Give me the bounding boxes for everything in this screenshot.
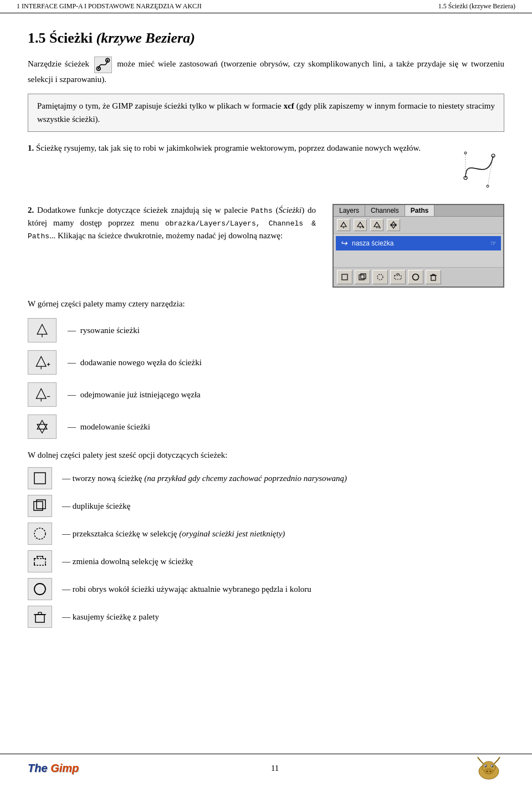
svg-rect-57	[45, 558, 46, 559]
tool-icon-remove-node	[28, 382, 57, 407]
sel-to-path-icon	[393, 273, 402, 282]
step1-text: 1. Ścieżkę rysujemy, tak jak się to robi…	[28, 142, 438, 160]
tool-row-2: — dodawanie nowego węzła do ścieżki	[28, 350, 504, 375]
option-icon-sel-to-path	[28, 550, 52, 572]
toolbar-btn-3[interactable]	[370, 219, 383, 231]
step1-section: 1. Ścieżkę rysujemy, tak jak się to robi…	[28, 142, 504, 194]
tab-channels[interactable]: Channels	[365, 205, 405, 216]
mascot-svg	[472, 755, 503, 781]
tool-icon-model	[28, 415, 57, 439]
option-icon-dup	[28, 495, 52, 517]
path-list-item[interactable]: ↪ nasza ścieżka ☞	[336, 236, 501, 250]
tab-layers[interactable]: Layers	[334, 205, 365, 216]
path-tool-icon-inline	[94, 57, 112, 73]
option-row-2: — duplikuje ścieżkę	[28, 495, 504, 517]
tool-desc-1: — rysowanie ścieżki	[68, 324, 140, 337]
svg-rect-30	[431, 275, 436, 280]
svg-marker-12	[357, 222, 363, 227]
svg-point-3	[107, 59, 109, 61]
svg-rect-23	[361, 274, 366, 279]
new-path-option-icon	[33, 471, 47, 485]
tool-desc-4: — modelowanie ścieżki	[68, 421, 150, 433]
gimp-palette: Layers Channels Paths	[332, 204, 504, 288]
option-desc-3: — przekształca ścieżkę w selekcję (orygi…	[62, 528, 285, 540]
svg-marker-44	[37, 420, 47, 429]
bottom-btn-to-sel[interactable]	[372, 270, 388, 284]
svg-marker-45	[37, 424, 47, 433]
path-list-label: nasza ścieżka	[352, 239, 393, 247]
option-desc-1-italic: (na przykład gdy chcemy zachować poprzed…	[144, 474, 347, 483]
option-row-4: — zmienia dowolną selekcję w ścieżkę	[28, 550, 504, 572]
draw-path-svg	[33, 321, 51, 339]
option-desc-6: — kasujemy ścieżkę z palety	[62, 611, 159, 623]
svg-marker-19	[391, 222, 396, 226]
option-row-1: — tworzy nową ścieżkę (na przykład gdy c…	[28, 467, 504, 489]
palette-toolbar	[334, 217, 503, 234]
svg-marker-16	[374, 222, 380, 227]
dup-path-option-icon	[33, 499, 47, 513]
step1-paragraph: 1. Ścieżkę rysujemy, tak jak się to robi…	[28, 142, 438, 155]
option-desc-4: — zmienia dowolną selekcję w ścieżkę	[62, 555, 193, 568]
tool-icon-add-node	[28, 350, 57, 375]
step2-num: 2.	[28, 206, 34, 214]
to-sel-option-icon	[33, 526, 47, 541]
toolbar-btn-1[interactable]	[337, 219, 350, 231]
svg-rect-25	[395, 275, 401, 279]
tool-icon-draw	[28, 318, 57, 342]
delete-path-icon	[429, 273, 438, 282]
palette-tab-bar: Layers Channels Paths	[334, 205, 503, 217]
tool-row-3: — odejmowanie już istniejącego węzła	[28, 382, 504, 407]
page-content: 1.5 Ścieżki (krzywe Beziera) Narzędzie ś…	[0, 13, 532, 667]
xcf-word: xcf	[284, 101, 294, 110]
sel-to-path-option-icon	[33, 554, 47, 569]
svg-point-49	[34, 528, 45, 539]
toolbar-btn-2[interactable]	[354, 219, 367, 231]
stroke-option-icon	[33, 582, 47, 596]
bottom-btn-dup[interactable]	[355, 270, 370, 284]
svg-rect-46	[34, 473, 45, 484]
svg-rect-58	[34, 564, 35, 565]
tab-paths[interactable]: Paths	[405, 205, 435, 216]
step1-num: 1.	[28, 144, 34, 152]
paths-polish: Ścieżki	[279, 206, 302, 214]
intro-paragraph: Narzędzie ścieżek może mieć wiele zastos…	[28, 57, 504, 86]
toolbar-icon-3	[372, 221, 381, 229]
svg-rect-56	[34, 558, 35, 559]
header-left: 1 INTERFACE GIMP-A I PODSTAWOWE NARZĘDZI…	[17, 2, 202, 11]
svg-marker-35	[37, 324, 47, 334]
add-node-svg	[33, 354, 51, 371]
step2-cols: 2. Dodatkowe funkcje dotyczące ścieżek z…	[28, 204, 504, 288]
tool-desc-2: — dodawanie nowego węzła do ścieżki	[68, 356, 202, 369]
option-icon-to-sel	[28, 523, 52, 545]
step1-sketch	[454, 147, 504, 194]
palette-list[interactable]: ↪ nasza ścieżka ☞	[334, 234, 503, 267]
footer-logo: The Gimp	[28, 762, 79, 775]
path-draw-icon-inline	[95, 56, 111, 74]
svg-rect-21	[342, 274, 347, 280]
page-number: 11	[271, 764, 279, 772]
tool-row-1: — rysowanie ścieżki	[28, 318, 504, 342]
toolbar-icon-1	[339, 221, 348, 229]
dup-path-icon	[358, 273, 367, 282]
highlight-box: Pamiętajmy o tym, że GIMP zapisuje ścież…	[28, 94, 504, 132]
toolbar-btn-4[interactable]	[387, 219, 400, 231]
step2-paragraph: 2. Dodatkowe funkcje dotyczące ścieżek z…	[28, 204, 316, 243]
paths-word: Paths	[251, 207, 273, 215]
svg-marker-37	[36, 356, 46, 366]
bottom-btn-sel-to-path[interactable]	[390, 270, 406, 284]
page-header: 1 INTERFACE GIMP-A I PODSTAWOWE NARZĘDZI…	[0, 0, 532, 13]
option-desc-3-italic: (oryginał scieżki jest nietknięty)	[179, 529, 285, 538]
palette-bottom-bar	[334, 267, 503, 286]
bottom-intro: W dolnej części palety jest sześć opcji …	[28, 449, 504, 462]
path-sketch-svg	[454, 147, 504, 192]
bottom-btn-new[interactable]	[337, 270, 352, 284]
bottom-btn-stroke[interactable]	[408, 270, 423, 284]
svg-rect-54	[37, 556, 38, 557]
step2-section: 2. Dodatkowe funkcje dotyczące ścieżek z…	[28, 204, 504, 288]
svg-marker-41	[36, 388, 46, 398]
bottom-btn-delete[interactable]	[426, 270, 441, 284]
toolbar-icon-2	[356, 221, 365, 229]
highlight-text: Pamiętajmy o tym, że GIMP zapisuje ścież…	[37, 101, 495, 123]
svg-point-74	[490, 771, 492, 772]
chapter-title: 1.5 Ścieżki (krzywe Beziera)	[28, 30, 504, 47]
